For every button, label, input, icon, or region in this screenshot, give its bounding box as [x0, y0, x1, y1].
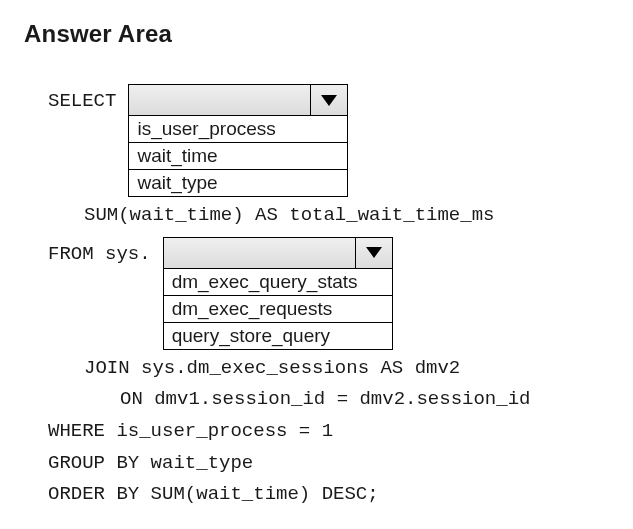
page-title: Answer Area — [24, 20, 609, 48]
dropdown-selected — [129, 85, 310, 115]
select-keyword: SELECT — [48, 84, 116, 112]
from-keyword: FROM sys. — [48, 237, 151, 265]
code-line-where: WHERE is_user_process = 1 — [24, 419, 609, 445]
dropdown-option[interactable]: query_store_query — [164, 322, 392, 349]
dropdown-option[interactable]: is_user_process — [129, 116, 347, 142]
dropdown-arrow-box[interactable] — [355, 238, 392, 268]
code-line-sum: SUM(wait_time) AS total_wait_time_ms — [24, 203, 609, 229]
dropdown-select-column[interactable]: is_user_process wait_time wait_type — [128, 84, 348, 197]
chevron-down-icon — [366, 247, 382, 258]
select-row: SELECT is_user_process wait_time wait_ty… — [48, 84, 609, 197]
dropdown-option[interactable]: dm_exec_query_stats — [164, 269, 392, 295]
dropdown-selected — [164, 238, 355, 268]
dropdown-option[interactable]: wait_time — [129, 142, 347, 169]
code-line-groupby: GROUP BY wait_type — [24, 451, 609, 477]
dropdown-options: dm_exec_query_stats dm_exec_requests que… — [164, 269, 392, 349]
from-row: FROM sys. dm_exec_query_stats dm_exec_re… — [48, 237, 609, 350]
code-line-join: JOIN sys.dm_exec_sessions AS dmv2 — [24, 356, 609, 382]
dropdown-options: is_user_process wait_time wait_type — [129, 116, 347, 196]
chevron-down-icon — [321, 95, 337, 106]
code-line-on: ON dmv1.session_id = dmv2.session_id — [24, 387, 609, 413]
dropdown-header[interactable] — [164, 238, 392, 269]
dropdown-from-table[interactable]: dm_exec_query_stats dm_exec_requests que… — [163, 237, 393, 350]
code-line-orderby: ORDER BY SUM(wait_time) DESC; — [24, 482, 609, 508]
dropdown-option[interactable]: dm_exec_requests — [164, 295, 392, 322]
dropdown-option[interactable]: wait_type — [129, 169, 347, 196]
dropdown-header[interactable] — [129, 85, 347, 116]
dropdown-arrow-box[interactable] — [310, 85, 347, 115]
